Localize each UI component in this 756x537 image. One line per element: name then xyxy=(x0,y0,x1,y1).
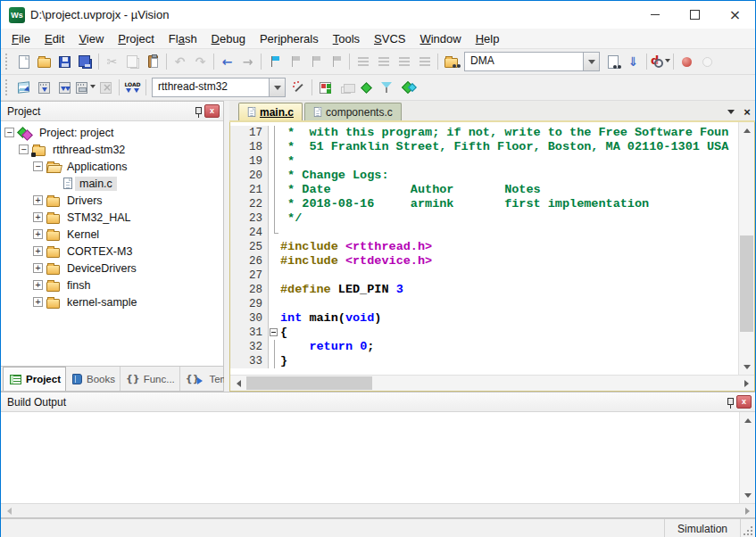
menu-help[interactable]: Help xyxy=(469,30,507,47)
menu-peripherals[interactable]: Peripherals xyxy=(253,30,326,47)
menu-tools[interactable]: Tools xyxy=(326,30,367,47)
build-output-vertical-scrollbar[interactable] xyxy=(739,412,755,503)
bookmark-next-button[interactable] xyxy=(305,51,326,72)
tree-item-finsh[interactable]: +finsh xyxy=(1,277,223,293)
scroll-down-arrow[interactable] xyxy=(739,359,754,375)
horizontal-scroll-thumb[interactable] xyxy=(246,376,372,390)
collapse-icon[interactable]: − xyxy=(33,161,43,171)
target-options-button[interactable] xyxy=(288,77,309,98)
scroll-down-arrow[interactable] xyxy=(740,488,755,503)
build-output-horizontal-scrollbar[interactable] xyxy=(1,503,755,517)
tree-item-rtthread-stm32[interactable]: −rtthread-stm32 xyxy=(1,141,223,158)
tree-item-devicedrivers[interactable]: +DeviceDrivers xyxy=(1,260,223,277)
build-target-button[interactable] xyxy=(34,77,54,98)
scroll-right-arrow[interactable] xyxy=(739,376,754,391)
menu-svcs[interactable]: SVCS xyxy=(367,30,412,47)
indent-left-button[interactable] xyxy=(373,51,394,72)
download-to-flash-button[interactable]: LOAD xyxy=(122,77,143,98)
batch-build-button[interactable] xyxy=(75,77,96,98)
expand-icon[interactable]: + xyxy=(33,297,43,307)
manage-run-time-environment-button[interactable] xyxy=(315,77,336,98)
find-in-files-button[interactable] xyxy=(441,51,461,72)
panel-tab-project[interactable]: Project xyxy=(3,367,66,391)
document-tab-components-c[interactable]: components.c xyxy=(304,103,402,120)
find-in-files-dialog-button[interactable] xyxy=(602,51,623,72)
target-combo[interactable]: rtthread-stm32 xyxy=(152,78,286,97)
manage-window-layout-button[interactable] xyxy=(336,77,356,98)
copy-button[interactable] xyxy=(122,51,143,72)
pin-icon[interactable] xyxy=(192,105,204,118)
scroll-left-arrow[interactable] xyxy=(1,504,16,517)
target-combo-dropdown-button[interactable] xyxy=(269,78,285,96)
toolbar-grip[interactable] xyxy=(5,54,11,70)
scroll-up-arrow[interactable] xyxy=(739,122,754,137)
redo-button[interactable]: ↷ xyxy=(190,51,211,72)
close-button[interactable]: × xyxy=(715,1,755,29)
menu-window[interactable]: Window xyxy=(412,30,468,47)
build-output-content[interactable] xyxy=(1,412,739,503)
navigate-back-button[interactable]: ← xyxy=(217,51,237,72)
close-document-button[interactable]: × xyxy=(739,103,755,120)
maximize-button[interactable] xyxy=(675,1,715,29)
tree-item-kernel[interactable]: +Kernel xyxy=(1,226,223,243)
file-extensions-books-environment-button[interactable] xyxy=(377,77,397,98)
scroll-up-arrow[interactable] xyxy=(740,412,755,427)
toolbar-grip[interactable] xyxy=(5,79,11,95)
comment-selection-button[interactable] xyxy=(394,51,414,72)
insert-remove-breakpoint-button[interactable] xyxy=(677,51,697,72)
save-all-button[interactable] xyxy=(75,51,96,72)
rebuild-all-target-files-button[interactable] xyxy=(54,77,75,98)
undo-button[interactable]: ↶ xyxy=(170,51,190,72)
tree-item-stm32-hal[interactable]: +STM32_HAL xyxy=(1,209,223,226)
enable-disable-breakpoint-button[interactable] xyxy=(697,51,718,72)
code-editor[interactable]: 17 * with this program; if not, write to… xyxy=(230,122,738,375)
minimize-button[interactable] xyxy=(635,1,675,29)
pack-installer-button[interactable] xyxy=(397,77,418,98)
tree-item-drivers[interactable]: +Drivers xyxy=(1,192,223,209)
document-tab-main-c[interactable]: main.c xyxy=(238,103,303,120)
menu-edit[interactable]: Edit xyxy=(37,30,71,47)
collapse-icon[interactable]: − xyxy=(4,128,14,137)
pin-icon[interactable] xyxy=(724,396,736,409)
indent-right-button[interactable] xyxy=(353,51,373,72)
project-panel-close-button[interactable]: x xyxy=(204,104,220,118)
uncomment-selection-button[interactable] xyxy=(414,51,435,72)
menu-file[interactable]: File xyxy=(4,30,37,47)
expand-icon[interactable]: + xyxy=(33,263,43,273)
open-file-button[interactable] xyxy=(34,51,54,72)
incremental-find-button[interactable]: ⇓ xyxy=(623,51,644,72)
tree-item-applications[interactable]: −Applications xyxy=(1,158,223,175)
search-combo-dropdown-button[interactable] xyxy=(583,53,599,70)
collapse-icon[interactable]: − xyxy=(19,145,29,154)
menu-project[interactable]: Project xyxy=(111,30,161,47)
menu-debug[interactable]: Debug xyxy=(204,30,253,47)
stop-build-button[interactable] xyxy=(96,77,116,98)
quick-find-button[interactable]: d xyxy=(650,51,670,72)
editor-horizontal-scrollbar[interactable] xyxy=(230,375,754,391)
tab-list-dropdown-button[interactable] xyxy=(723,103,739,120)
tree-item-project-project[interactable]: −Project: project xyxy=(1,124,223,141)
bookmark-clear-all-button[interactable] xyxy=(326,51,346,72)
quick-find-dropdown-icon[interactable] xyxy=(665,59,670,65)
menu-view[interactable]: View xyxy=(71,30,111,47)
panel-tab-books[interactable]: Books xyxy=(66,367,120,391)
resize-grip[interactable] xyxy=(740,519,755,537)
vertical-scroll-thumb[interactable] xyxy=(740,235,753,332)
cut-button[interactable]: ✂ xyxy=(102,51,122,72)
new-file-button[interactable] xyxy=(13,51,34,72)
search-combo[interactable]: DMA xyxy=(464,52,600,71)
translate-file-button[interactable] xyxy=(13,77,34,98)
scroll-left-arrow[interactable] xyxy=(230,376,245,391)
build-output-close-button[interactable]: x xyxy=(736,395,752,409)
expand-icon[interactable]: + xyxy=(33,246,43,256)
bookmark-toggle-button[interactable] xyxy=(264,51,285,72)
fold-collapse-icon[interactable] xyxy=(269,326,280,340)
expand-icon[interactable]: + xyxy=(33,280,43,290)
navigate-forward-button[interactable]: → xyxy=(237,51,258,72)
expand-icon[interactable]: + xyxy=(33,195,43,205)
tree-item-cortex-m3[interactable]: +CORTEX-M3 xyxy=(1,243,223,260)
panel-tab-func[interactable]: {}Func... xyxy=(120,367,180,391)
bookmark-previous-button[interactable] xyxy=(285,51,305,72)
expand-icon[interactable]: + xyxy=(33,229,43,239)
tree-item-kernel-sample[interactable]: +kernel-sample xyxy=(1,293,223,310)
